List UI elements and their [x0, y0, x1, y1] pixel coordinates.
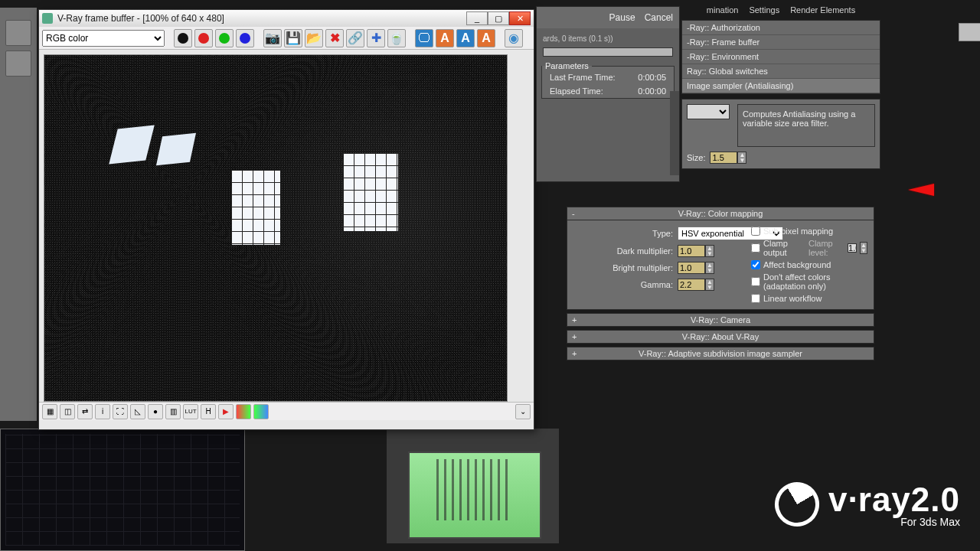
minus-icon: -	[572, 209, 575, 218]
affect-bg-checkbox[interactable]	[751, 260, 760, 269]
correction-b-button[interactable]: A	[456, 29, 475, 47]
blue-channel-button[interactable]	[236, 29, 254, 47]
dot-icon[interactable]: ●	[148, 404, 163, 419]
levels-icon[interactable]: ◺	[130, 404, 145, 419]
h-button[interactable]: H	[201, 404, 216, 419]
toolbar-button[interactable]	[5, 20, 31, 46]
correction-a-button[interactable]: A	[436, 29, 454, 47]
toolbar-button[interactable]	[5, 51, 31, 77]
gamma-input[interactable]	[678, 279, 705, 291]
window-shape	[231, 170, 280, 245]
tab-render-elements[interactable]: Render Elements	[787, 5, 858, 20]
red-channel-button[interactable]	[194, 29, 213, 47]
spinner-arrows-icon[interactable]: ▲▼	[737, 152, 746, 164]
show-vfb-button[interactable]: 🖵	[415, 29, 433, 47]
annotation-arrow-icon	[908, 184, 934, 196]
track-mouse-button[interactable]: ✚	[367, 29, 385, 47]
rollup-environment[interactable]: -Ray:: Environment	[682, 50, 880, 64]
dont-affect-label: Don't affect colors (adaptation only)	[763, 272, 867, 291]
dont-affect-checkbox[interactable]	[751, 277, 760, 286]
subpixel-checkbox[interactable]	[751, 227, 760, 236]
vray-logo-button[interactable]: ◉	[505, 29, 523, 47]
lut-button[interactable]: LUT	[183, 404, 198, 419]
subpixel-label: Sub-pixel mapping	[763, 227, 833, 236]
size-label: Size:	[687, 153, 705, 162]
progress-bar	[543, 47, 673, 57]
dark-label: Dark multiplier:	[617, 246, 673, 256]
folder-icon: 📂	[306, 31, 322, 45]
record-icon[interactable]: ▶	[218, 404, 234, 419]
render-canvas[interactable]	[44, 54, 508, 402]
sampler-type-select[interactable]	[687, 104, 730, 119]
vray-frame-buffer-window: V-Ray frame buffer - [100% of 640 x 480]…	[38, 9, 534, 430]
linear-checkbox[interactable]	[751, 294, 760, 303]
tab-illumination[interactable]: mination	[704, 5, 742, 20]
link-icon: 🔗	[348, 31, 363, 45]
rgb-channel-button[interactable]	[174, 29, 192, 47]
vfb-titlebar[interactable]: V-Ray frame buffer - [100% of 640 x 480]…	[39, 10, 534, 27]
channel-select[interactable]: RGB color	[42, 30, 165, 47]
type-label: Type:	[652, 229, 673, 238]
rollup-list: -Ray:: Authorization -Ray:: Frame buffer…	[681, 20, 880, 94]
clear-button[interactable]: ✖	[325, 29, 344, 47]
tab-settings[interactable]: Settings	[746, 5, 782, 20]
logo-text: v·ray2.0	[828, 481, 960, 519]
save-image-button[interactable]: 💾	[284, 29, 302, 47]
palette-b-icon[interactable]	[253, 404, 269, 419]
load-image-button[interactable]: 📂	[305, 29, 323, 47]
monitor-icon: 🖵	[418, 31, 430, 45]
lower-rollouts: - V-Ray:: Color mapping Type: HSV expone…	[567, 207, 874, 360]
save-button[interactable]: 📷	[263, 29, 282, 47]
green-channel-button[interactable]	[215, 29, 234, 47]
pause-button[interactable]: Pause	[609, 12, 635, 23]
sampler-description: Computes Antialiasing using a variable s…	[737, 104, 875, 147]
color-mapping-header[interactable]: - V-Ray:: Color mapping	[567, 207, 874, 220]
expand-icon[interactable]: ⌄	[515, 404, 531, 419]
region-render-button[interactable]: 🔗	[346, 29, 364, 47]
rollup-frame-buffer[interactable]: -Ray:: Frame buffer	[682, 35, 880, 50]
plus-icon: +	[572, 349, 577, 358]
cancel-button[interactable]: Cancel	[645, 12, 673, 23]
info-icon[interactable]: i	[95, 404, 110, 419]
compare-icon[interactable]: ◫	[60, 404, 75, 419]
spinner-arrows-icon[interactable]: ▲▼	[705, 279, 714, 291]
bright-input[interactable]	[678, 262, 705, 274]
swirl-icon: ◉	[508, 31, 519, 45]
progress-message: ards, 0 items (0.1 s))	[537, 28, 679, 43]
dark-input[interactable]	[678, 245, 705, 257]
maximize-button[interactable]: ▢	[488, 11, 509, 25]
viewport-geometry	[436, 459, 513, 520]
palette-a-icon[interactable]	[236, 404, 251, 419]
rollup-global-switches[interactable]: Ray:: Global switches	[682, 64, 880, 79]
progress-scrollbar[interactable]	[670, 91, 679, 175]
rollup-adaptive-label: V-Ray:: Adaptive subdivision image sampl…	[639, 349, 802, 358]
clamp-checkbox[interactable]	[751, 243, 760, 253]
affect-bg-label: Affect background	[763, 260, 831, 269]
rollup-about[interactable]: + V-Ray:: About V-Ray	[567, 330, 874, 344]
correction-c-button[interactable]: A	[477, 29, 495, 47]
size-input[interactable]	[710, 152, 737, 164]
red-circle-icon	[198, 33, 209, 44]
rollup-authorization[interactable]: -Ray:: Authorization	[682, 21, 880, 35]
vray-logo: v·ray2.0 For 3ds Max	[775, 481, 960, 528]
spinner-arrows-icon[interactable]: ▲▼	[705, 262, 714, 274]
spinner-arrows-icon[interactable]: ▲▼	[705, 245, 714, 257]
render-button[interactable]: 🍵	[387, 29, 406, 47]
partial-offscreen-button[interactable]	[959, 23, 980, 41]
minimize-button[interactable]: _	[466, 11, 488, 25]
last-frame-value: 0:00:05	[638, 73, 666, 82]
vfb-toolbar: RGB color 📷 💾 📂 ✖ 🔗 ✚ 🍵 🖵 A A A ◉	[39, 27, 534, 50]
clamp-level-input[interactable]	[848, 243, 857, 253]
rollup-camera[interactable]: + V-Ray:: Camera	[567, 313, 874, 327]
skylight-shape	[156, 133, 196, 166]
close-button[interactable]: ✕	[509, 11, 531, 25]
rollup-adaptive-subdiv[interactable]: + V-Ray:: Adaptive subdivision image sam…	[567, 347, 874, 360]
grid-icon[interactable]: ▦	[42, 404, 57, 419]
spinner-arrows-icon[interactable]: ▲▼	[860, 242, 867, 254]
bars-icon[interactable]: ▥	[165, 404, 181, 419]
histogram-icon[interactable]: ⛶	[113, 404, 128, 419]
swap-icon[interactable]: ⇄	[77, 404, 93, 419]
rollup-image-sampler[interactable]: Image sampler (Antialiasing)	[682, 79, 880, 93]
vray-logo-icon	[766, 474, 827, 534]
green-circle-icon	[219, 33, 230, 44]
